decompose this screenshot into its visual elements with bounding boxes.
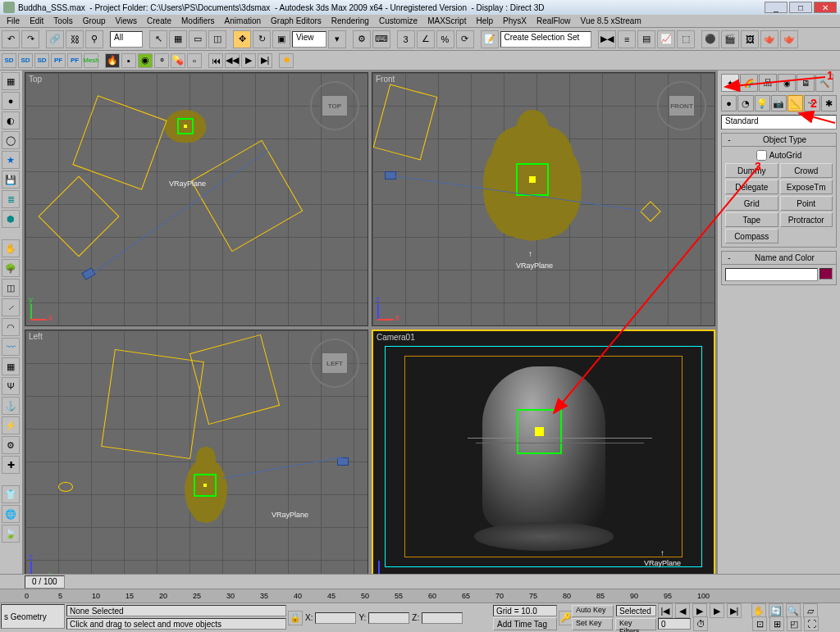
menu-physx[interactable]: PhysX — [498, 16, 532, 26]
layers-icon[interactable]: ▤ — [637, 30, 655, 48]
nvidia-icon[interactable]: ◉ — [138, 53, 153, 68]
prev-frame-icon[interactable]: ◀ — [675, 603, 690, 618]
menu-views[interactable]: Views — [111, 16, 143, 26]
torus-icon[interactable]: ◯ — [2, 131, 20, 149]
fire-icon[interactable]: 🔥 — [105, 53, 120, 68]
misc-icon[interactable]: ▫ — [187, 53, 202, 68]
pill-icon[interactable]: 💊 — [171, 53, 185, 68]
star-icon[interactable]: ★ — [2, 151, 20, 169]
viewport-front[interactable]: Front FRONT VRayPlane ↑ zx — [372, 72, 715, 326]
arc-icon[interactable]: ◠ — [2, 318, 20, 336]
edit-set-icon[interactable]: 📝 — [481, 30, 499, 48]
y-coord[interactable] — [368, 612, 409, 624]
balls-icon[interactable]: ⚬ — [154, 53, 169, 68]
menu-rendering[interactable]: Rendering — [326, 16, 374, 26]
angle-snap-icon[interactable]: ∠ — [417, 30, 435, 48]
object-name-input[interactable] — [725, 268, 818, 281]
menu-help[interactable]: Help — [471, 16, 498, 26]
display-tab[interactable]: 🖥 — [797, 74, 815, 92]
selection-filter[interactable]: All — [110, 31, 143, 48]
time-scrub[interactable]: 0 / 100 — [25, 575, 65, 589]
save-icon[interactable]: 💾 — [2, 171, 20, 189]
manipulate-icon[interactable]: ⚙ — [353, 30, 371, 48]
viewcube-left[interactable]: LEFT — [310, 339, 359, 388]
object-color-swatch[interactable] — [819, 268, 833, 280]
tool-icon[interactable]: ▪ — [121, 53, 136, 68]
coord-system[interactable]: View — [292, 31, 326, 48]
select-icon[interactable]: ↖ — [149, 30, 167, 48]
curve-editor-icon[interactable]: 📈 — [657, 30, 675, 48]
lights-cat-icon[interactable]: 💡 — [755, 95, 770, 111]
menu-vue[interactable]: Vue 8.5 xStream — [576, 16, 646, 26]
setkey-button[interactable]: Set Key — [572, 618, 613, 630]
menu-tools[interactable]: Tools — [48, 16, 77, 26]
create-tab[interactable]: ✦ — [721, 74, 739, 92]
next-frame-icon[interactable]: ▶ — [710, 603, 724, 618]
move-icon[interactable]: ✥ — [233, 30, 251, 48]
macro-recorder[interactable]: s Geometry — [1, 604, 65, 629]
time-slider[interactable]: 0 / 100 — [0, 574, 840, 589]
maximize-button[interactable]: □ — [789, 2, 812, 13]
select-region-icon[interactable]: ▭ — [189, 30, 207, 48]
pf2-icon[interactable]: PF — [67, 53, 82, 68]
minimize-button[interactable]: _ — [765, 2, 788, 13]
keyboard-icon[interactable]: ⌨ — [372, 30, 390, 48]
prev-icon[interactable]: ◀◀ — [225, 53, 240, 68]
hierarchy-tab[interactable]: 品 — [759, 74, 777, 92]
lock-icon[interactable]: 🔒 — [288, 611, 303, 625]
modify-tab[interactable]: 🌈 — [740, 74, 758, 92]
menu-file[interactable]: File — [2, 16, 25, 26]
named-selection-set[interactable]: Create Selection Set — [500, 31, 592, 48]
delegate-button[interactable]: Delegate — [725, 180, 778, 194]
point-button[interactable]: Point — [780, 196, 833, 211]
link-icon[interactable]: 🔗 — [46, 30, 64, 48]
shapes-cat-icon[interactable]: ◔ — [737, 95, 753, 111]
tape-button[interactable]: Tape — [725, 212, 778, 227]
viewcube-top[interactable]: TOP — [310, 81, 359, 130]
time-tag-button[interactable]: Add Time Tag — [493, 617, 557, 630]
bolt-icon[interactable]: ⚡ — [2, 416, 20, 434]
stack-icon[interactable]: ≣ — [2, 190, 20, 208]
menu-group[interactable]: Group — [78, 16, 111, 26]
sphere-icon[interactable]: ● — [2, 92, 20, 110]
ffwd-icon[interactable]: ▶| — [258, 53, 272, 68]
grid-button[interactable]: Grid — [725, 196, 778, 211]
scale-icon[interactable]: ▣ — [272, 30, 290, 48]
time-config-icon[interactable]: ⏱ — [693, 616, 708, 631]
snap-icon[interactable]: 3 — [397, 30, 415, 48]
timeline-ruler[interactable]: 0 5 10 15 20 25 30 35 40 45 50 55 60 65 … — [0, 589, 840, 603]
compass-button[interactable]: Compass — [725, 229, 778, 243]
bind-icon[interactable]: ⚲ — [85, 30, 103, 48]
pf-icon[interactable]: PF — [51, 53, 66, 68]
dummy-button[interactable]: Dummy — [725, 163, 778, 178]
menu-customize[interactable]: Customize — [374, 16, 422, 26]
cylinder-icon[interactable]: ⬢ — [2, 210, 20, 228]
menu-maxscript[interactable]: MAXScript — [422, 16, 471, 26]
spinner-snap-icon[interactable]: ⟳ — [456, 30, 474, 48]
globe-icon[interactable]: 🌐 — [2, 505, 20, 523]
crowd-button[interactable]: Crowd — [780, 163, 833, 178]
window-crossing-icon[interactable]: ◫ — [208, 30, 226, 48]
close-button[interactable]: ✕ — [814, 2, 837, 13]
mesh-icon[interactable]: Mesh — [84, 53, 98, 68]
menu-modifiers[interactable]: Modifiers — [176, 16, 220, 26]
z-coord[interactable] — [422, 612, 463, 624]
material-icon[interactable]: ⚫ — [701, 30, 719, 48]
mirror-icon[interactable]: ▶◀ — [598, 30, 616, 48]
hand-icon[interactable]: ✋ — [2, 239, 20, 257]
vue-icon[interactable]: ✹ — [279, 53, 294, 68]
percent-snap-icon[interactable]: % — [436, 30, 454, 48]
wave-icon[interactable]: 〰 — [2, 338, 20, 356]
viewcube-front[interactable]: FRONT — [657, 81, 706, 130]
zoom-extents-icon[interactable]: ⊞ — [769, 616, 784, 631]
menu-grapheditors[interactable]: Graph Editors — [266, 16, 326, 26]
pivot-icon[interactable]: ▾ — [328, 30, 346, 48]
grid-icon[interactable]: ▦ — [2, 357, 20, 375]
shell-icon[interactable]: ◐ — [2, 111, 20, 130]
geometry-cat-icon[interactable]: ● — [721, 95, 737, 111]
line-icon[interactable]: ⟋ — [2, 298, 20, 316]
leaf-icon[interactable]: 🍃 — [2, 525, 20, 543]
zoom-all-icon[interactable]: ⊡ — [752, 616, 767, 631]
box-icon[interactable]: ▦ — [2, 72, 20, 90]
goto-end-icon[interactable]: ▶| — [727, 603, 742, 618]
